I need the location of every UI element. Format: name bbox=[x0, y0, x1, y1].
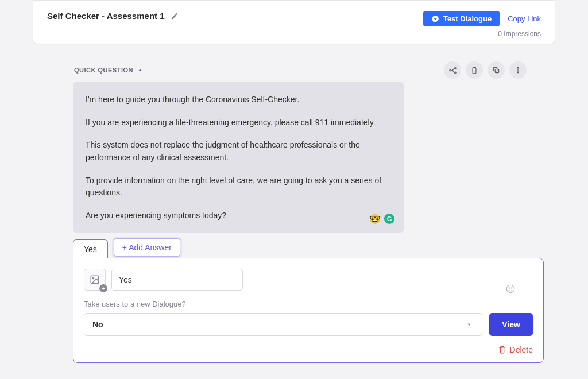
question-p5: Are you experiencing symptoms today? bbox=[86, 210, 391, 222]
question-p4: To provide information on the right leve… bbox=[86, 175, 391, 199]
impressions-count: 0 Impressions bbox=[498, 30, 541, 38]
chevron-down-icon bbox=[465, 320, 474, 329]
test-dialogue-label: Test Dialogue bbox=[443, 14, 492, 23]
svg-point-9 bbox=[512, 288, 513, 289]
chevron-up-icon bbox=[137, 67, 144, 74]
answer-input-wrap bbox=[111, 269, 533, 291]
svg-point-2 bbox=[454, 72, 456, 74]
content-area: QUICK QUESTION I'm here to guide you thr… bbox=[33, 61, 555, 363]
select-row: No View bbox=[84, 313, 533, 336]
grammarly-icon[interactable]: G bbox=[384, 214, 394, 224]
svg-point-7 bbox=[506, 285, 514, 293]
redirect-prompt: Take users to a new Dialogue? bbox=[84, 300, 533, 308]
reorder-icon[interactable] bbox=[509, 61, 527, 79]
add-image-button[interactable]: + bbox=[84, 269, 106, 291]
header-actions: Test Dialogue Copy Link bbox=[423, 11, 541, 26]
add-answer-button[interactable]: + Add Answer bbox=[114, 238, 180, 257]
action-icons bbox=[444, 61, 527, 79]
trash-icon[interactable] bbox=[466, 61, 483, 79]
flow-icon[interactable] bbox=[444, 61, 461, 79]
emoji-picker-icon[interactable] bbox=[505, 284, 516, 294]
page-title: Self Checker - Assessment 1 bbox=[47, 11, 165, 21]
svg-point-6 bbox=[92, 277, 94, 279]
question-p2: If you are experiencing a life-threateni… bbox=[86, 117, 391, 129]
question-p1: I'm here to guide you through the Corona… bbox=[86, 94, 391, 106]
header-card: Self Checker - Assessment 1 Test Dialogu… bbox=[33, 0, 555, 44]
tab-yes[interactable]: Yes bbox=[73, 239, 108, 258]
svg-point-8 bbox=[509, 288, 510, 289]
section-label: QUICK QUESTION bbox=[74, 67, 133, 74]
plus-badge-icon: + bbox=[99, 284, 107, 292]
answer-panel: + Take users to a new Dialogue? No bbox=[73, 258, 544, 363]
answers-section: Yes + Add Answer + Take users to a new D… bbox=[73, 238, 544, 363]
nerd-emoji-icon[interactable]: 🤓 bbox=[369, 214, 381, 225]
dialogue-select[interactable]: No bbox=[84, 313, 482, 336]
delete-button[interactable]: Delete bbox=[498, 345, 533, 354]
delete-label: Delete bbox=[510, 345, 533, 354]
question-text: I'm here to guide you through the Corona… bbox=[86, 94, 391, 222]
delete-row: Delete bbox=[84, 345, 533, 354]
pencil-icon[interactable] bbox=[171, 12, 179, 20]
answer-text-input[interactable] bbox=[111, 269, 243, 291]
corner-badges: 🤓 G bbox=[369, 214, 394, 225]
dialogue-select-value: No bbox=[92, 320, 103, 329]
messenger-icon bbox=[431, 15, 439, 23]
svg-point-0 bbox=[449, 69, 451, 71]
question-p3: This system does not replace the judgmen… bbox=[86, 139, 391, 164]
svg-point-1 bbox=[454, 67, 456, 69]
copy-icon[interactable] bbox=[488, 61, 505, 79]
trash-icon bbox=[498, 345, 506, 354]
test-dialogue-button[interactable]: Test Dialogue bbox=[423, 11, 500, 26]
quick-question-toggle[interactable]: QUICK QUESTION bbox=[74, 67, 144, 74]
tabs-row: Yes + Add Answer bbox=[73, 238, 544, 258]
header-right: Test Dialogue Copy Link 0 Impressions bbox=[423, 11, 541, 38]
view-button[interactable]: View bbox=[489, 313, 533, 336]
answer-input-row: + bbox=[84, 269, 533, 291]
copy-link-button[interactable]: Copy Link bbox=[508, 14, 541, 23]
title-row: Self Checker - Assessment 1 bbox=[47, 11, 179, 21]
question-box[interactable]: I'm here to guide you through the Corona… bbox=[73, 82, 404, 233]
section-header: QUICK QUESTION bbox=[33, 61, 555, 82]
